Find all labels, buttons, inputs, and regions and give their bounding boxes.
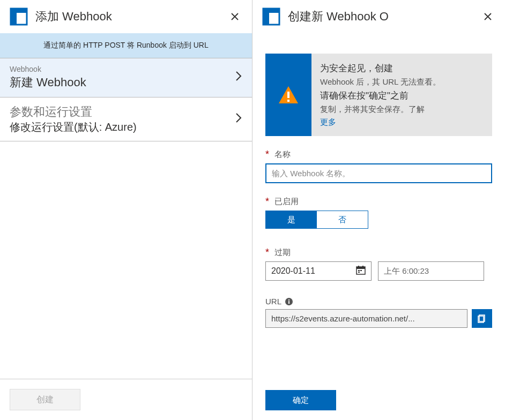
params-list-item[interactable]: 参数和运行设置 修改运行设置(默认: Azure) xyxy=(0,97,252,141)
chevron-right-icon xyxy=(231,70,242,85)
required-star-icon: * xyxy=(265,149,269,160)
svg-rect-14 xyxy=(358,272,360,273)
enabled-toggle: 是 否 xyxy=(265,211,492,229)
url-display: https://s2events.azure-automation.net/..… xyxy=(265,309,467,328)
right-footer: 确定 xyxy=(252,390,505,420)
info-icon[interactable] xyxy=(285,297,293,306)
info-banner: 通过简单的 HTTP POST 将 Runbook 启动到 URL xyxy=(0,33,252,58)
toggle-yes-button[interactable]: 是 xyxy=(265,211,317,229)
ok-button[interactable]: 确定 xyxy=(265,390,336,410)
expire-date-input[interactable]: 2020-01-11 xyxy=(265,261,372,281)
left-header: 添加 Webhook xyxy=(0,0,252,33)
svg-rect-6 xyxy=(287,92,289,98)
svg-rect-13 xyxy=(360,270,362,271)
left-footer: 创建 xyxy=(0,379,252,420)
right-header: 创建新 Webhook O xyxy=(252,0,505,33)
toggle-no-button[interactable]: 否 xyxy=(317,211,368,229)
name-input[interactable] xyxy=(265,163,492,183)
warn-line2: Webhook 后，其 URL 无法查看。 xyxy=(320,77,441,86)
webhook-small-label: Webhook xyxy=(10,65,231,73)
create-webhook-panel: 创建新 Webhook O 为安全起见，创建 Webhook 后，其 URL 无… xyxy=(252,0,505,420)
webhook-big-label: 新建 Webhook xyxy=(10,74,231,91)
svg-rect-7 xyxy=(287,100,289,102)
params-label: 参数和运行设置 xyxy=(10,104,231,120)
warn-line1: 为安全起见，创建 xyxy=(320,63,393,73)
learn-more-link[interactable]: 更多 xyxy=(320,117,336,126)
url-label: URL xyxy=(265,297,492,306)
name-label: * 名称 xyxy=(265,149,492,160)
copy-url-button[interactable] xyxy=(472,309,492,328)
warning-icon xyxy=(265,54,311,136)
svg-rect-9 xyxy=(357,267,365,269)
expire-label: * 过期 xyxy=(265,247,492,258)
warning-box: 为安全起见，创建 Webhook 后，其 URL 无法查看。 请确保在按"确定"… xyxy=(265,54,492,136)
close-left-button[interactable] xyxy=(227,9,242,24)
add-webhook-panel: 添加 Webhook 通过简单的 HTTP POST 将 Runbook 启动到… xyxy=(0,0,252,420)
expire-time-input[interactable]: 上午 6:00:23 xyxy=(378,261,484,281)
svg-rect-16 xyxy=(288,301,289,304)
right-title: 创建新 Webhook O xyxy=(288,9,473,25)
create-button: 创建 xyxy=(10,389,80,410)
params-sub-label: 修改运行设置(默认: Azure) xyxy=(10,120,231,134)
required-star-icon: * xyxy=(265,247,269,258)
blade-icon xyxy=(10,8,28,26)
svg-rect-2 xyxy=(11,9,27,13)
left-title: 添加 Webhook xyxy=(35,9,220,25)
enabled-label: * 已启用 xyxy=(265,196,492,207)
chevron-right-icon xyxy=(231,112,242,127)
webhook-list-item[interactable]: Webhook 新建 Webhook xyxy=(0,58,252,97)
close-right-button[interactable] xyxy=(480,9,495,24)
required-star-icon: * xyxy=(265,196,269,207)
calendar-icon xyxy=(356,265,366,277)
warn-line4: 复制，并将其安全保存。了解 xyxy=(320,104,425,114)
svg-rect-11 xyxy=(362,266,363,268)
svg-rect-5 xyxy=(263,9,279,13)
svg-rect-17 xyxy=(288,299,289,301)
svg-rect-12 xyxy=(358,270,360,271)
blade-icon xyxy=(262,8,280,26)
svg-rect-10 xyxy=(358,266,359,268)
warn-line3: 请确保在按"确定"之前 xyxy=(320,91,409,101)
